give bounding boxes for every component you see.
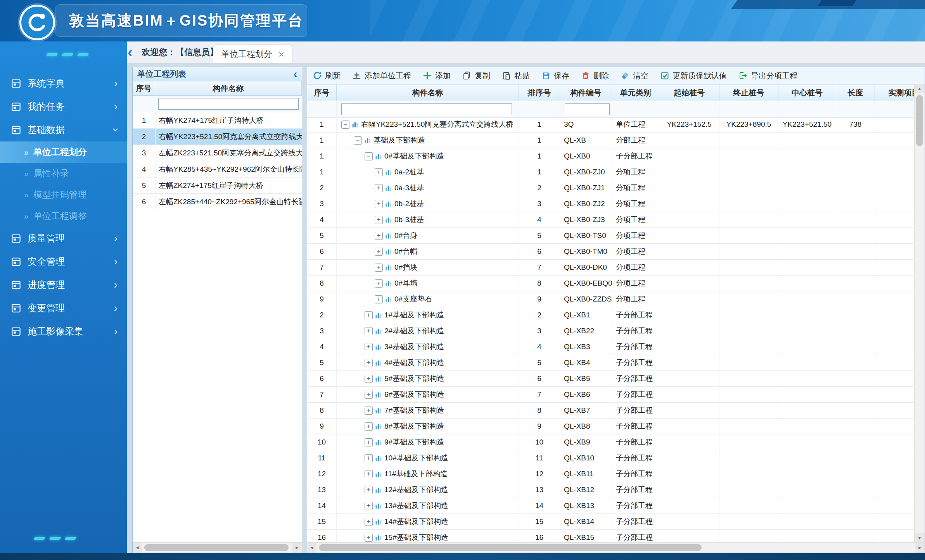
grid-column-header[interactable]: 序号 [307, 84, 337, 101]
expand-node-icon[interactable]: + [365, 502, 373, 510]
expand-node-icon[interactable]: + [365, 534, 373, 542]
grid-column-header[interactable]: 单元类别 [612, 84, 659, 101]
expand-node-icon[interactable]: + [365, 391, 373, 399]
expand-node-icon[interactable]: + [375, 232, 383, 240]
grid-row[interactable]: 14+13#基础及下部构造14QL-XB13子分部工程 [307, 498, 915, 514]
grid-row[interactable]: 10+9#基础及下部构造10QL-XB9子分部工程 [307, 434, 915, 450]
column-header-no[interactable]: 序号 [133, 81, 155, 95]
sidebar-item-11[interactable]: 施工影像采集› [0, 320, 127, 343]
hscroll-thumb[interactable] [319, 544, 702, 551]
expand-node-icon[interactable]: + [375, 248, 383, 256]
expand-node-icon[interactable]: + [365, 343, 373, 351]
unit-list-row[interactable]: 4右幅YK285+435~YK292+962阿尔金山特长隧道 [133, 161, 302, 177]
grid-column-header[interactable]: 构件编号 [560, 84, 612, 101]
collapse-node-icon[interactable]: − [354, 136, 362, 145]
grid-column-header[interactable]: 长度 [836, 84, 875, 101]
unit-list-row[interactable]: 1右幅YK274+175红崖子沟特大桥 [133, 112, 302, 129]
expand-node-icon[interactable]: + [375, 264, 383, 272]
expand-node-icon[interactable]: + [365, 311, 373, 319]
grid-column-header[interactable]: 起始桩号 [659, 84, 719, 101]
grid-hscrollbar[interactable]: ◄ ► [307, 542, 925, 553]
grid-row[interactable]: 4+0b-3桩基4QL-XB0-ZJ3分项工程 [307, 212, 915, 228]
grid-vscrollbar[interactable]: ▲ ▼ [914, 84, 925, 543]
grid-column-header[interactable]: 实测项目 [875, 84, 915, 101]
grid-row[interactable]: 8+7#基础及下部构造8QL-XB7子分部工程 [307, 403, 915, 419]
sidebar-item-5[interactable]: »模型挂码管理 [0, 184, 127, 205]
unit-list-row[interactable]: 2右幅YK223+521.50阿克塞分离式立交跨线大桥 [133, 129, 302, 145]
grid-row[interactable]: 9+8#基础及下部构造9QL-XB8子分部工程 [307, 419, 915, 434]
expand-node-icon[interactable]: + [375, 295, 383, 303]
unit-list-row[interactable]: 6左幅ZK285+440~ZK292+965阿尔金山特长隧道 [133, 194, 302, 210]
grid-row[interactable]: 1−0#基础及下部构造1QL-XB0子分部工程 [307, 148, 915, 164]
expand-node-icon[interactable]: + [365, 486, 373, 494]
grid-row[interactable]: 5+4#基础及下部构造5QL-XB4子分部工程 [307, 355, 915, 371]
grid-row[interactable]: 6+5#基础及下部构造6QL-XB5子分部工程 [307, 371, 915, 387]
expand-node-icon[interactable]: + [365, 438, 373, 446]
toolbar-update-button[interactable]: 更新质保默认值 [660, 71, 727, 81]
unit-name-filter-input[interactable] [158, 98, 299, 110]
grid-column-header[interactable]: 中心桩号 [778, 84, 836, 101]
sidebar-item-2[interactable]: 基础数据› [0, 118, 127, 141]
grid-row[interactable]: 5+0#台身5QL-XB0-TS0分项工程 [307, 228, 915, 244]
sidebar-item-1[interactable]: 我的任务› [0, 95, 127, 118]
sidebar-item-10[interactable]: 变更管理› [0, 296, 127, 320]
grid-row[interactable]: 1−基础及下部构造1QL-XB分部工程 [307, 133, 915, 148]
grid-row[interactable]: 3+0b-2桩基3QL-XB0-ZJ2分项工程 [307, 196, 915, 212]
expand-node-icon[interactable]: + [365, 407, 373, 415]
grid-row[interactable]: 12+11#基础及下部构造12QL-XB11子分部工程 [307, 466, 915, 482]
expand-node-icon[interactable]: + [375, 184, 383, 192]
code-filter-input[interactable] [565, 103, 610, 115]
collapse-node-icon[interactable]: − [365, 152, 373, 160]
toolbar-save-button[interactable]: 保存 [541, 71, 569, 81]
grid-row[interactable]: 9+0#支座垫石9QL-XB0-ZZDS0分项工程 [307, 291, 915, 307]
grid-row[interactable]: 1+0a-2桩基1QL-XB0-ZJ0分项工程 [307, 164, 915, 180]
scroll-right-icon[interactable]: ► [292, 543, 302, 553]
toolbar-export-button[interactable]: 导出分项工程 [738, 71, 797, 81]
name-filter-input[interactable] [341, 103, 512, 115]
hscroll-thumb[interactable] [144, 544, 289, 551]
expand-node-icon[interactable]: + [365, 518, 373, 526]
toolbar-plus-button[interactable]: 添加 [423, 71, 451, 81]
expand-node-icon[interactable]: + [375, 216, 383, 224]
expand-node-icon[interactable]: + [365, 422, 373, 431]
grid-row[interactable]: 16+15#基础及下部构造16QL-XB15子分部工程 [307, 530, 915, 543]
toolbar-add-unit-button[interactable]: 添加单位工程 [352, 71, 411, 81]
unit-list-row[interactable]: 3左幅ZK223+521.50阿克塞分离式立交跨线大桥 [133, 145, 302, 161]
scroll-right-icon[interactable]: ► [915, 543, 925, 553]
toolbar-refresh-button[interactable]: 刷新 [313, 71, 341, 81]
grid-row[interactable]: 3+2#基础及下部构造3QL-XB22子分部工程 [307, 323, 915, 339]
sidebar-item-4[interactable]: »属性补录 [0, 163, 127, 184]
grid-row[interactable]: 13+12#基础及下部构造13QL-XB12子分部工程 [307, 482, 915, 498]
grid-column-header[interactable]: 构件名称 [337, 84, 519, 101]
expand-node-icon[interactable]: + [365, 359, 373, 367]
grid-row[interactable]: 8+0#耳墙8QL-XB0-EBQ0分项工程 [307, 276, 915, 291]
unit-list-row[interactable]: 5左幅ZK274+175红崖子沟特大桥 [133, 177, 302, 194]
sidebar-item-9[interactable]: 进度管理› [0, 273, 127, 296]
grid-row[interactable]: 6+0#台帽6QL-XB0-TM0分项工程 [307, 244, 915, 260]
grid-column-header[interactable]: 终止桩号 [719, 84, 778, 101]
scroll-left-icon[interactable]: ◄ [133, 543, 142, 553]
grid-row[interactable]: 2+1#基础及下部构造2QL-XB1子分部工程 [307, 307, 915, 323]
toolbar-clear-button[interactable]: 清空 [621, 71, 648, 81]
expand-node-icon[interactable]: + [375, 200, 383, 208]
expand-node-icon[interactable]: + [365, 470, 373, 478]
toolbar-paste-button[interactable]: 粘贴 [502, 71, 530, 81]
expand-node-icon[interactable]: + [365, 375, 373, 383]
panel-collapse-icon[interactable]: ‹ [294, 69, 297, 79]
toolbar-delete-button[interactable]: 删除 [581, 71, 609, 81]
sidebar-item-0[interactable]: 系统字典› [0, 72, 127, 95]
column-header-name[interactable]: 构件名称 [155, 81, 302, 95]
scroll-down-icon[interactable]: ▼ [915, 533, 925, 543]
tab-close-icon[interactable]: × [278, 49, 284, 59]
sidebar-item-8[interactable]: 安全管理› [0, 250, 127, 273]
grid-row[interactable]: 7+6#基础及下部构造7QL-XB6子分部工程 [307, 387, 915, 403]
toolbar-copy-button[interactable]: 复制 [462, 71, 490, 81]
sidebar-item-3[interactable]: »单位工程划分 [0, 141, 127, 163]
unit-list-hscrollbar[interactable]: ◄ ► [133, 542, 302, 553]
sidebar-item-6[interactable]: »单位工程调整 [0, 205, 127, 227]
grid-row[interactable]: 4+3#基础及下部构造4QL-XB3子分部工程 [307, 339, 915, 355]
collapse-node-icon[interactable]: − [341, 121, 349, 129]
expand-node-icon[interactable]: + [375, 168, 383, 176]
expand-node-icon[interactable]: + [365, 454, 373, 462]
scroll-up-icon[interactable]: ▲ [915, 84, 925, 93]
